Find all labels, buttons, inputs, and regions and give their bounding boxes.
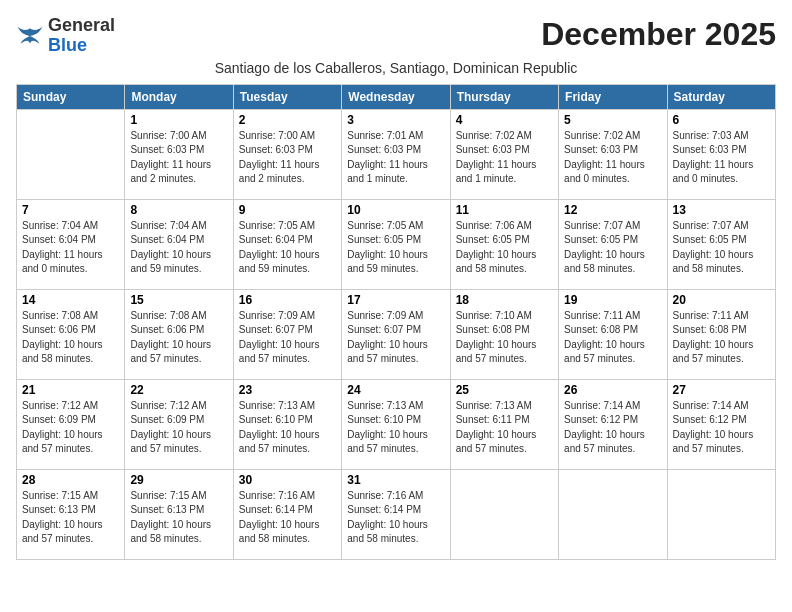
day-number: 27: [673, 383, 770, 397]
day-number: 22: [130, 383, 227, 397]
calendar-cell: [559, 469, 667, 559]
calendar-cell: 10Sunrise: 7:05 AMSunset: 6:05 PMDayligh…: [342, 199, 450, 289]
weekday-header-row: SundayMondayTuesdayWednesdayThursdayFrid…: [17, 84, 776, 109]
day-number: 29: [130, 473, 227, 487]
calendar-cell: 14Sunrise: 7:08 AMSunset: 6:06 PMDayligh…: [17, 289, 125, 379]
page-subtitle: Santiago de los Caballeros, Santiago, Do…: [16, 60, 776, 76]
day-number: 6: [673, 113, 770, 127]
logo-icon: [16, 22, 44, 50]
day-info: Sunrise: 7:05 AMSunset: 6:04 PMDaylight:…: [239, 219, 336, 277]
calendar-cell: 9Sunrise: 7:05 AMSunset: 6:04 PMDaylight…: [233, 199, 341, 289]
week-row-3: 14Sunrise: 7:08 AMSunset: 6:06 PMDayligh…: [17, 289, 776, 379]
logo: General Blue: [16, 16, 115, 56]
calendar-cell: 19Sunrise: 7:11 AMSunset: 6:08 PMDayligh…: [559, 289, 667, 379]
day-number: 5: [564, 113, 661, 127]
day-info: Sunrise: 7:05 AMSunset: 6:05 PMDaylight:…: [347, 219, 444, 277]
day-number: 14: [22, 293, 119, 307]
day-info: Sunrise: 7:15 AMSunset: 6:13 PMDaylight:…: [22, 489, 119, 547]
day-info: Sunrise: 7:02 AMSunset: 6:03 PMDaylight:…: [564, 129, 661, 187]
day-info: Sunrise: 7:13 AMSunset: 6:10 PMDaylight:…: [239, 399, 336, 457]
calendar-cell: 28Sunrise: 7:15 AMSunset: 6:13 PMDayligh…: [17, 469, 125, 559]
day-number: 4: [456, 113, 553, 127]
day-info: Sunrise: 7:16 AMSunset: 6:14 PMDaylight:…: [347, 489, 444, 547]
day-info: Sunrise: 7:14 AMSunset: 6:12 PMDaylight:…: [564, 399, 661, 457]
calendar-table: SundayMondayTuesdayWednesdayThursdayFrid…: [16, 84, 776, 560]
day-number: 18: [456, 293, 553, 307]
calendar-cell: 6Sunrise: 7:03 AMSunset: 6:03 PMDaylight…: [667, 109, 775, 199]
day-info: Sunrise: 7:16 AMSunset: 6:14 PMDaylight:…: [239, 489, 336, 547]
weekday-saturday: Saturday: [667, 84, 775, 109]
calendar-cell: 16Sunrise: 7:09 AMSunset: 6:07 PMDayligh…: [233, 289, 341, 379]
weekday-monday: Monday: [125, 84, 233, 109]
calendar-cell: 5Sunrise: 7:02 AMSunset: 6:03 PMDaylight…: [559, 109, 667, 199]
calendar-cell: 29Sunrise: 7:15 AMSunset: 6:13 PMDayligh…: [125, 469, 233, 559]
calendar-body: 1Sunrise: 7:00 AMSunset: 6:03 PMDaylight…: [17, 109, 776, 559]
day-number: 3: [347, 113, 444, 127]
day-info: Sunrise: 7:04 AMSunset: 6:04 PMDaylight:…: [22, 219, 119, 277]
day-number: 15: [130, 293, 227, 307]
day-number: 7: [22, 203, 119, 217]
calendar-cell: 11Sunrise: 7:06 AMSunset: 6:05 PMDayligh…: [450, 199, 558, 289]
day-number: 24: [347, 383, 444, 397]
day-info: Sunrise: 7:00 AMSunset: 6:03 PMDaylight:…: [130, 129, 227, 187]
day-number: 16: [239, 293, 336, 307]
weekday-tuesday: Tuesday: [233, 84, 341, 109]
day-number: 19: [564, 293, 661, 307]
week-row-4: 21Sunrise: 7:12 AMSunset: 6:09 PMDayligh…: [17, 379, 776, 469]
calendar-cell: 4Sunrise: 7:02 AMSunset: 6:03 PMDaylight…: [450, 109, 558, 199]
day-number: 17: [347, 293, 444, 307]
calendar-cell: 21Sunrise: 7:12 AMSunset: 6:09 PMDayligh…: [17, 379, 125, 469]
calendar-cell: 26Sunrise: 7:14 AMSunset: 6:12 PMDayligh…: [559, 379, 667, 469]
day-info: Sunrise: 7:11 AMSunset: 6:08 PMDaylight:…: [564, 309, 661, 367]
weekday-friday: Friday: [559, 84, 667, 109]
day-info: Sunrise: 7:08 AMSunset: 6:06 PMDaylight:…: [130, 309, 227, 367]
day-number: 28: [22, 473, 119, 487]
day-info: Sunrise: 7:10 AMSunset: 6:08 PMDaylight:…: [456, 309, 553, 367]
day-info: Sunrise: 7:01 AMSunset: 6:03 PMDaylight:…: [347, 129, 444, 187]
day-number: 23: [239, 383, 336, 397]
day-info: Sunrise: 7:11 AMSunset: 6:08 PMDaylight:…: [673, 309, 770, 367]
day-number: 20: [673, 293, 770, 307]
calendar-cell: 22Sunrise: 7:12 AMSunset: 6:09 PMDayligh…: [125, 379, 233, 469]
day-info: Sunrise: 7:09 AMSunset: 6:07 PMDaylight:…: [239, 309, 336, 367]
calendar-cell: 23Sunrise: 7:13 AMSunset: 6:10 PMDayligh…: [233, 379, 341, 469]
day-number: 26: [564, 383, 661, 397]
day-info: Sunrise: 7:06 AMSunset: 6:05 PMDaylight:…: [456, 219, 553, 277]
day-info: Sunrise: 7:04 AMSunset: 6:04 PMDaylight:…: [130, 219, 227, 277]
calendar-cell: [17, 109, 125, 199]
day-info: Sunrise: 7:15 AMSunset: 6:13 PMDaylight:…: [130, 489, 227, 547]
weekday-wednesday: Wednesday: [342, 84, 450, 109]
week-row-2: 7Sunrise: 7:04 AMSunset: 6:04 PMDaylight…: [17, 199, 776, 289]
day-info: Sunrise: 7:13 AMSunset: 6:11 PMDaylight:…: [456, 399, 553, 457]
day-number: 31: [347, 473, 444, 487]
day-info: Sunrise: 7:14 AMSunset: 6:12 PMDaylight:…: [673, 399, 770, 457]
page-title: December 2025: [541, 16, 776, 53]
calendar-cell: 25Sunrise: 7:13 AMSunset: 6:11 PMDayligh…: [450, 379, 558, 469]
day-number: 13: [673, 203, 770, 217]
day-number: 11: [456, 203, 553, 217]
day-info: Sunrise: 7:07 AMSunset: 6:05 PMDaylight:…: [673, 219, 770, 277]
day-number: 9: [239, 203, 336, 217]
day-info: Sunrise: 7:02 AMSunset: 6:03 PMDaylight:…: [456, 129, 553, 187]
calendar-cell: 24Sunrise: 7:13 AMSunset: 6:10 PMDayligh…: [342, 379, 450, 469]
day-info: Sunrise: 7:00 AMSunset: 6:03 PMDaylight:…: [239, 129, 336, 187]
day-info: Sunrise: 7:08 AMSunset: 6:06 PMDaylight:…: [22, 309, 119, 367]
calendar-cell: [450, 469, 558, 559]
calendar-cell: 13Sunrise: 7:07 AMSunset: 6:05 PMDayligh…: [667, 199, 775, 289]
calendar-cell: 15Sunrise: 7:08 AMSunset: 6:06 PMDayligh…: [125, 289, 233, 379]
calendar-cell: 2Sunrise: 7:00 AMSunset: 6:03 PMDaylight…: [233, 109, 341, 199]
day-number: 12: [564, 203, 661, 217]
calendar-header: SundayMondayTuesdayWednesdayThursdayFrid…: [17, 84, 776, 109]
logo-text: General Blue: [48, 16, 115, 56]
day-number: 10: [347, 203, 444, 217]
calendar-cell: [667, 469, 775, 559]
calendar-cell: 27Sunrise: 7:14 AMSunset: 6:12 PMDayligh…: [667, 379, 775, 469]
calendar-cell: 12Sunrise: 7:07 AMSunset: 6:05 PMDayligh…: [559, 199, 667, 289]
weekday-sunday: Sunday: [17, 84, 125, 109]
calendar-cell: 30Sunrise: 7:16 AMSunset: 6:14 PMDayligh…: [233, 469, 341, 559]
day-number: 1: [130, 113, 227, 127]
calendar-cell: 20Sunrise: 7:11 AMSunset: 6:08 PMDayligh…: [667, 289, 775, 379]
day-number: 25: [456, 383, 553, 397]
day-number: 8: [130, 203, 227, 217]
calendar-cell: 17Sunrise: 7:09 AMSunset: 6:07 PMDayligh…: [342, 289, 450, 379]
